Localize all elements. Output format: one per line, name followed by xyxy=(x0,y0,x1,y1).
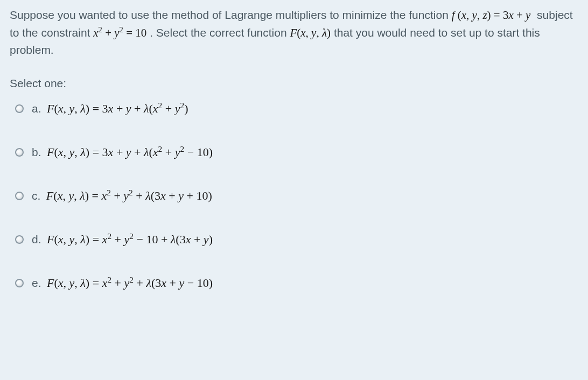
option-a-text: a. F(x, y, λ) = 3x + y + λ(x2 + y2) xyxy=(32,100,188,117)
option-a-label: a. xyxy=(32,102,41,115)
question-function: f (x, y, z) = 3x + y xyxy=(452,9,531,22)
option-e-text: e. F(x, y, λ) = x2 + y2 + λ(3x + y − 10) xyxy=(32,274,213,292)
question-setup: F(x, y, λ) xyxy=(290,26,331,39)
option-c-label: c. xyxy=(32,189,40,202)
option-c-text: c. F(x, y, λ) = x2 + y2 + λ(3x + y + 10) xyxy=(32,187,212,205)
option-e-label: e. xyxy=(32,277,41,289)
options-group: a. F(x, y, λ) = 3x + y + λ(x2 + y2) b. F… xyxy=(10,100,578,292)
question-mid2: . Select the correct function xyxy=(150,26,290,39)
option-d[interactable]: d. F(x, y, λ) = x2 + y2 − 10 + λ(3x + y) xyxy=(15,230,578,248)
option-e-expr: F(x, y, λ) = x2 + y2 + λ(3x + y − 10) xyxy=(47,276,213,290)
option-a[interactable]: a. F(x, y, λ) = 3x + y + λ(x2 + y2) xyxy=(15,100,578,117)
option-d-expr: F(x, y, λ) = x2 + y2 − 10 + λ(3x + y) xyxy=(47,233,213,246)
option-d-label: d. xyxy=(32,233,41,245)
option-b-text: b. F(x, y, λ) = 3x + y + λ(x2 + y2 − 10) xyxy=(32,143,213,161)
question-constraint: x2 + y2 = 10 xyxy=(93,26,146,39)
radio-c[interactable] xyxy=(15,192,24,200)
option-b[interactable]: b. F(x, y, λ) = 3x + y + λ(x2 + y2 − 10) xyxy=(15,143,578,161)
option-a-expr: F(x, y, λ) = 3x + y + λ(x2 + y2) xyxy=(47,102,188,115)
select-one-label: Select one: xyxy=(10,75,578,92)
option-b-label: b. xyxy=(32,146,41,158)
radio-d[interactable] xyxy=(15,235,24,244)
question-text: Suppose you wanted to use the method of … xyxy=(10,6,578,59)
radio-b[interactable] xyxy=(15,148,24,157)
question-prefix: Suppose you wanted to use the method of … xyxy=(10,9,452,21)
option-c-expr: F(x, y, λ) = x2 + y2 + λ(3x + y + 10) xyxy=(46,189,212,202)
radio-e[interactable] xyxy=(15,279,24,287)
option-b-expr: F(x, y, λ) = 3x + y + λ(x2 + y2 − 10) xyxy=(47,145,213,159)
option-e[interactable]: e. F(x, y, λ) = x2 + y2 + λ(3x + y − 10) xyxy=(15,274,578,292)
option-d-text: d. F(x, y, λ) = x2 + y2 − 10 + λ(3x + y) xyxy=(32,230,213,248)
option-c[interactable]: c. F(x, y, λ) = x2 + y2 + λ(3x + y + 10) xyxy=(15,187,578,205)
radio-a[interactable] xyxy=(15,104,24,113)
